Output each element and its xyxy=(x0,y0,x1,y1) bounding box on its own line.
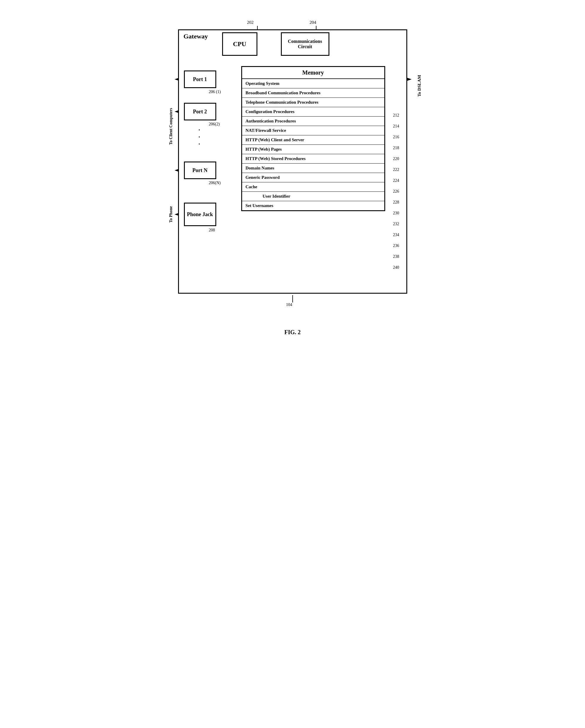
port2-box: Port 2 xyxy=(184,103,216,121)
diagram: 202 204 210 Gateway To DSLAM To Client C… xyxy=(166,12,419,320)
memory-row-os: Operating System xyxy=(242,79,384,88)
ref-228: 228 xyxy=(393,200,399,205)
memory-row-password: Generic Password xyxy=(242,173,384,182)
portn-box: Port N xyxy=(184,161,216,179)
memory-row-usernames: Set Usernames xyxy=(242,201,384,210)
svg-marker-6 xyxy=(407,78,412,81)
memory-row-http-pages: HTTP (Web) Pages xyxy=(242,145,384,154)
portn-label: Port N xyxy=(193,167,207,174)
memory-row-cache: Cache xyxy=(242,182,384,192)
ref-216: 216 xyxy=(393,135,399,139)
phone-jack-box: Phone Jack xyxy=(184,203,216,226)
ref-224: 224 xyxy=(393,178,399,183)
ref-portn: 206(N) xyxy=(209,181,221,185)
ref-212: 212 xyxy=(393,113,399,118)
ref-230: 230 xyxy=(393,211,399,215)
memory-row-user-id: User Identifier xyxy=(242,192,384,201)
ref-port2: 206(2) xyxy=(209,122,220,127)
port2-label: Port 2 xyxy=(193,109,207,115)
comm-circuit-label: Communications Circuit xyxy=(282,39,329,49)
ref-218: 218 xyxy=(393,146,399,150)
ref-222: 222 xyxy=(393,167,399,172)
memory-row-broadband: Broadband Communication Procedures xyxy=(242,88,384,98)
ref-236: 236 xyxy=(393,243,399,248)
ref-238: 238 xyxy=(393,254,399,259)
memory-title: Memory xyxy=(242,67,384,79)
memory-row-nat: NAT/Firewall Service xyxy=(242,126,384,135)
comm-circuit-box: Communications Circuit xyxy=(281,32,329,56)
to-dslam-label: To DSLAM xyxy=(417,75,422,97)
ref-226: 226 xyxy=(393,189,399,194)
memory-row-http-stored: HTTP (Web) Stored Procedures xyxy=(242,154,384,163)
ellipsis: ··· xyxy=(199,126,200,148)
memory-row-config: Configuration Procedures xyxy=(242,107,384,116)
phone-jack-label: Phone Jack xyxy=(187,211,213,217)
ref-204: 204 xyxy=(310,20,316,25)
cpu-box: CPU xyxy=(222,32,257,56)
ref-232: 232 xyxy=(393,222,399,227)
to-phone-label: To Phone xyxy=(169,200,173,229)
ref-220: 220 xyxy=(393,157,399,161)
port1-box: Port 1 xyxy=(184,71,216,88)
ref-phone-jack: 208 xyxy=(209,228,215,233)
figure-label: FIG. 2 xyxy=(284,329,301,336)
memory-row-auth: Authentication Procedures xyxy=(242,116,384,126)
ref-202: 202 xyxy=(247,20,254,25)
gateway-label: Gateway xyxy=(184,33,208,40)
ref-234: 234 xyxy=(393,233,399,237)
port1-label: Port 1 xyxy=(193,76,207,82)
ref-104: 104 xyxy=(286,303,292,307)
ref-214: 214 xyxy=(393,124,399,129)
memory-row-http-client: HTTP (Web) Client and Server xyxy=(242,135,384,145)
ref-port1: 206 (1) xyxy=(209,89,221,94)
cpu-label: CPU xyxy=(233,40,246,48)
memory-row-domain: Domain Names xyxy=(242,163,384,173)
memory-row-telephone: Telephone Communication Procedures xyxy=(242,98,384,107)
memory-box: Memory Operating System Broadband Commun… xyxy=(241,66,385,211)
to-client-label: To Client Computers xyxy=(169,94,173,159)
ref-240: 240 xyxy=(393,265,399,270)
